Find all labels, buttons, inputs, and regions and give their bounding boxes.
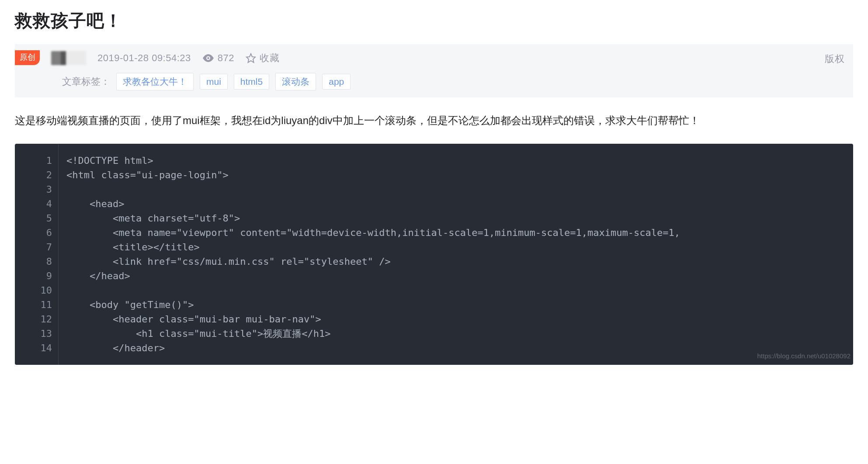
- tag-item[interactable]: mui: [200, 74, 228, 90]
- tags-label: 文章标签：: [62, 75, 110, 88]
- author-avatar-blurred[interactable]: [51, 51, 86, 65]
- view-count: 872: [202, 52, 234, 64]
- meta-row-primary: 原创 2019-01-28 09:54:23 872 收藏 版权: [15, 51, 844, 65]
- meta-row-tags: 文章标签： 求教各位大牛！ mui html5 滚动条 app: [15, 73, 844, 90]
- page-title: 救救孩子吧！: [15, 9, 853, 33]
- article-meta-bar: 原创 2019-01-28 09:54:23 872 收藏 版权 文章标签： 求…: [15, 44, 853, 97]
- view-count-value: 872: [218, 52, 234, 64]
- publish-timestamp: 2019-01-28 09:54:23: [97, 52, 191, 64]
- svg-point-0: [207, 57, 209, 59]
- article-body-text: 这是移动端视频直播的页面，使用了mui框架，我想在id为liuyan的div中加…: [15, 111, 853, 131]
- favorite-button[interactable]: 收藏: [246, 52, 279, 65]
- eye-icon: [202, 54, 214, 62]
- tag-item[interactable]: 求教各位大牛！: [116, 73, 194, 90]
- code-block: 1234567891011121314 <!DOCTYPE html> <htm…: [15, 144, 853, 365]
- code-gutter: 1234567891011121314: [15, 144, 59, 365]
- tag-item[interactable]: 滚动条: [275, 73, 316, 90]
- original-badge: 原创: [15, 50, 40, 65]
- star-icon: [246, 53, 256, 63]
- code-content[interactable]: <!DOCTYPE html> <html class="ui-page-log…: [59, 144, 853, 365]
- favorite-label: 收藏: [260, 52, 279, 65]
- copyright-link[interactable]: 版权: [825, 52, 844, 66]
- tag-item[interactable]: app: [322, 74, 351, 90]
- svg-marker-1: [247, 54, 255, 62]
- tag-item[interactable]: html5: [234, 74, 269, 90]
- watermark-text: https://blog.csdn.net/u01028092: [757, 349, 851, 363]
